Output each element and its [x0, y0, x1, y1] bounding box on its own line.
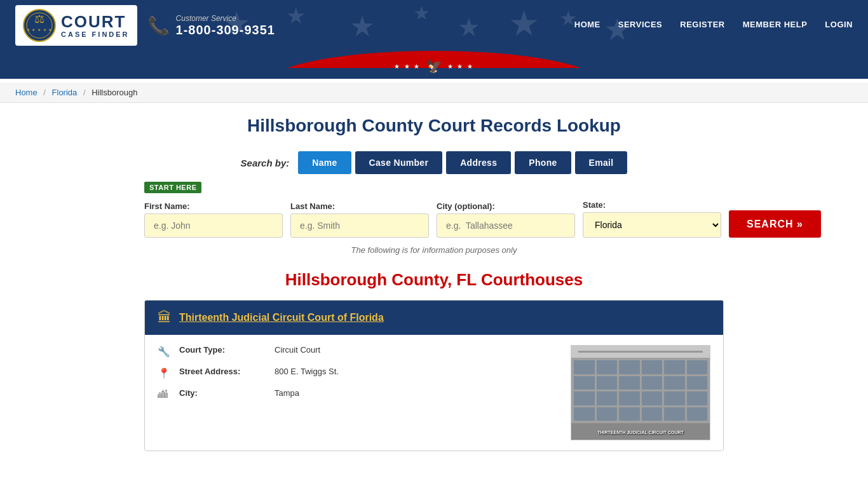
window-23: [664, 407, 685, 421]
city-input[interactable]: [437, 214, 575, 238]
cs-phone: 1-800-309-9351: [176, 23, 275, 37]
courthouses-title: Hillsborough County, FL Courthouses: [144, 270, 724, 290]
courthouse-card: 🏛 Thirteenth Judicial Circuit Court of F…: [144, 300, 724, 451]
site-header: ★ ★ ★ ★ ★ ★ ★ ★ ⚖ ★ ★ ★ ★ ★ COURT CASE F…: [0, 0, 868, 51]
ribbon: ★ ★ ★ 🦅 ★ ★ ★: [269, 51, 599, 83]
window-11: [664, 376, 685, 390]
window-16: [642, 391, 663, 405]
window-8: [597, 376, 618, 390]
nav-home[interactable]: HOME: [574, 20, 600, 32]
address-icon: 📍: [158, 367, 173, 379]
first-name-label: First Name:: [144, 201, 283, 211]
logo-seal-icon: ⚖ ★ ★ ★ ★ ★: [23, 9, 56, 42]
logo-text: COURT CASE FINDER: [61, 13, 130, 39]
courthouse-details: 🔧 Court Type: Circuit Court 📍 Street Add…: [158, 345, 558, 440]
customer-service: 📞 Customer Service 1-800-309-9351: [147, 14, 275, 37]
form-row: First Name: Last Name: City (optional): …: [144, 198, 724, 238]
courthouse-icon: 🏛: [158, 309, 172, 326]
eagle-icon: 🦅: [426, 58, 442, 74]
court-type-icon: 🔧: [158, 346, 173, 358]
courthouse-name-link[interactable]: Thirteenth Judicial Circuit Court of Flo…: [179, 312, 384, 323]
tab-phone[interactable]: Phone: [515, 151, 571, 174]
svg-text:★ ★ ★ ★ ★: ★ ★ ★ ★ ★: [27, 28, 53, 32]
city-label: City (optional):: [437, 201, 575, 211]
ribbon-stars-right: ★ ★ ★: [447, 63, 475, 70]
court-type-label: Court Type:: [179, 345, 268, 355]
tab-name[interactable]: Name: [298, 151, 351, 174]
breadcrumb-sep-1: /: [43, 88, 46, 97]
state-label: State:: [583, 200, 721, 210]
state-group: State: Florida Alabama Georgia: [583, 200, 721, 238]
window-1: [574, 360, 595, 374]
breadcrumb-state[interactable]: Florida: [52, 88, 78, 97]
last-name-input[interactable]: [290, 214, 429, 238]
tab-case-number[interactable]: Case Number: [355, 151, 443, 174]
tab-email[interactable]: Email: [575, 151, 628, 174]
logo-court-label: COURT: [61, 13, 130, 31]
courthouse-body: 🔧 Court Type: Circuit Court 📍 Street Add…: [145, 335, 723, 451]
search-button-group: . SEARCH »: [729, 198, 821, 238]
ribbon-white-bar: [0, 79, 868, 83]
city-icon: 🏙: [158, 389, 173, 400]
window-24: [687, 407, 708, 421]
window-19: [574, 407, 595, 421]
main-content: Hillsborough County Court Records Lookup…: [129, 103, 739, 474]
window-12: [687, 376, 708, 390]
page-title: Hillsborough County Court Records Lookup: [144, 116, 724, 136]
window-13: [574, 391, 595, 405]
breadcrumb-sep-2: /: [83, 88, 86, 97]
window-17: [664, 391, 685, 405]
phone-icon: 📞: [147, 15, 170, 36]
address-value: 800 E. Twiggs St.: [275, 367, 339, 376]
window-9: [619, 376, 640, 390]
window-22: [642, 407, 663, 421]
logo-case-finder-label: CASE FINDER: [61, 30, 130, 38]
breadcrumb-county: Hillsborough: [92, 88, 137, 97]
search-by-label: Search by:: [241, 158, 290, 168]
main-nav: HOME SERVICES REGISTER MEMBER HELP LOGIN: [574, 20, 853, 32]
tab-address[interactable]: Address: [446, 151, 511, 174]
city-group: City (optional):: [437, 201, 575, 238]
ribbon-container: ★ ★ ★ 🦅 ★ ★ ★: [0, 51, 868, 83]
nav-login[interactable]: LOGIN: [825, 20, 853, 32]
last-name-group: Last Name:: [290, 201, 429, 238]
nav-services[interactable]: SERVICES: [618, 20, 663, 32]
building-sign: THIRTEENTH JUDICIAL CIRCUIT COURT: [571, 430, 710, 435]
svg-text:⚖: ⚖: [34, 13, 44, 25]
state-select[interactable]: Florida Alabama Georgia: [583, 212, 721, 238]
search-form-area: START HERE First Name: Last Name: City (…: [144, 182, 724, 238]
address-label: Street Address:: [179, 367, 268, 376]
logo[interactable]: ⚖ ★ ★ ★ ★ ★ COURT CASE FINDER: [15, 5, 137, 46]
nav-register[interactable]: REGISTER: [680, 20, 724, 32]
last-name-label: Last Name:: [290, 201, 429, 211]
city-field-value: Tampa: [275, 388, 299, 398]
header-left: ⚖ ★ ★ ★ ★ ★ COURT CASE FINDER 📞 Customer…: [15, 5, 275, 46]
cs-label: Customer Service: [176, 14, 275, 23]
window-3: [619, 360, 640, 374]
court-type-value: Circuit Court: [275, 345, 320, 355]
first-name-group: First Name:: [144, 201, 283, 238]
search-button[interactable]: SEARCH »: [729, 210, 821, 238]
breadcrumb-home[interactable]: Home: [15, 88, 37, 97]
building-placeholder: THIRTEENTH JUDICIAL CIRCUIT COURT: [571, 346, 710, 440]
window-21: [619, 407, 640, 421]
window-20: [597, 407, 618, 421]
courthouse-address-row: 📍 Street Address: 800 E. Twiggs St.: [158, 367, 558, 379]
window-18: [687, 391, 708, 405]
nav-member-help[interactable]: MEMBER HELP: [743, 20, 808, 32]
breadcrumb-bar: Home / Florida / Hillsborough: [0, 83, 868, 103]
city-field-label: City:: [179, 388, 268, 398]
window-5: [664, 360, 685, 374]
courthouse-image: THIRTEENTH JUDICIAL CIRCUIT COURT: [571, 345, 710, 440]
window-14: [597, 391, 618, 405]
window-4: [642, 360, 663, 374]
info-note: The following is for information purpose…: [144, 245, 724, 255]
window-6: [687, 360, 708, 374]
start-here-badge: START HERE: [144, 182, 201, 193]
window-2: [597, 360, 618, 374]
window-7: [574, 376, 595, 390]
building-facade: [571, 358, 710, 423]
search-by-row: Search by: Name Case Number Address Phon…: [144, 151, 724, 174]
first-name-input[interactable]: [144, 214, 283, 238]
courthouse-header: 🏛 Thirteenth Judicial Circuit Court of F…: [145, 301, 723, 335]
